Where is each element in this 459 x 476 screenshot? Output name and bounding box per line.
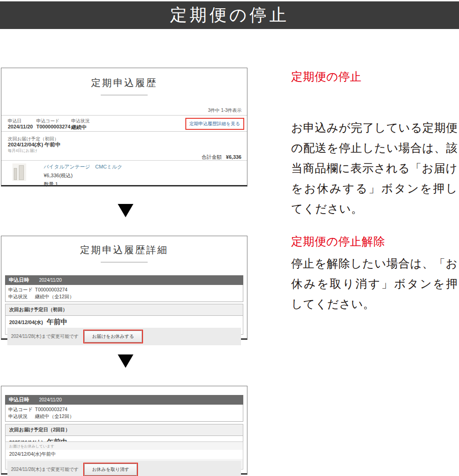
product-quantity: 数量 1 [44, 181, 122, 188]
total-amount: 合計金額 ¥6,336 [201, 154, 241, 161]
change-deadline-row: 2024/11/28(木)まで変更可能です お休みを取り消す [7, 461, 241, 476]
detail-title: 定期申込履歴詳細 [1, 244, 247, 256]
delivery-time: 午前中 [47, 318, 68, 325]
order-code-row: 申込コード T00000003274 [8, 406, 240, 413]
status-label: 申込状況 [8, 413, 35, 420]
code-label: 申込コード [8, 406, 35, 413]
page-header: 定期便の停止 [0, 1, 459, 29]
paused-delivery-section: お届けをお休みしています 2024/12/04(水)午前中 2024/11/28… [5, 441, 243, 470]
next-delivery-label: 次回お届け予定日（初回） [6, 304, 243, 316]
title-underline [101, 262, 148, 262]
next-delivery-date: 2024/12/04(水) 午前中 [6, 316, 243, 328]
deadline-text: 2024/11/28(木)まで変更可能です [11, 466, 79, 473]
total-value: ¥6,336 [226, 154, 241, 160]
order-info-box: 申込コード T00000003274 申込状況 継続中（全12回） [5, 285, 243, 302]
stop-paragraph: お申込みが完了している定期便の配送を停止したい場合は、該当商品欄に表示される「お… [291, 117, 458, 219]
bottle-icon [19, 165, 24, 180]
product-thumbnail [12, 163, 26, 181]
page-title: 定期便の停止 [170, 4, 289, 27]
apply-date-value: 2024/11/20 [39, 278, 62, 283]
next-delivery-date: 2024/12/04(水) 午前中 [8, 141, 60, 148]
change-deadline-row: 2024/11/28(木)まで変更可能です お届けをお休みする [7, 328, 241, 345]
order-date: 2024/11/20 [8, 124, 33, 129]
column-apply-code: 申込コード [36, 118, 59, 124]
order-status-row: 申込状況 継続中（全12回） [8, 413, 240, 420]
resume-paragraph: 停止を解除したい場合は、「お休みを取り消す」ボタンを押してください。 [291, 253, 458, 314]
highlight-frame: お届けをお休みする [83, 330, 143, 343]
next-delivery-label: 次回お届け予定日（2回目） [6, 424, 243, 436]
down-arrow-icon [118, 354, 133, 368]
result-count: 3件中 1-3件表示 [208, 107, 241, 114]
order-status-row: 申込状況 継続中（全12回） [8, 293, 240, 300]
cancel-pause-button[interactable]: お休みを取り消す [84, 464, 137, 476]
status-value: 継続中（全12回） [35, 413, 74, 420]
order-summary-row: 申込日 申込コード 申込状況 2024/11/20 T00000003274 継… [1, 115, 247, 132]
product-info: バイタルアンテージ CMCミルク ¥6,336(税込) 数量 1 [44, 163, 122, 188]
divider [1, 160, 247, 161]
code-value: T00000003274 [35, 286, 68, 293]
history-title: 定期申込履歴 [1, 76, 247, 89]
delivery-date: 2024/12/04(水) [9, 319, 43, 325]
product-name-link[interactable]: バイタルアンテージ CMCミルク [44, 163, 122, 170]
resume-heading: 定期便の停止解除 [291, 234, 385, 249]
apply-date-value: 2024/11/20 [39, 397, 62, 402]
highlight-frame: 定期申込履歴詳細を見る [185, 118, 244, 130]
title-underline [101, 95, 148, 95]
delivery-cycle-note: 毎月4日にお届け [8, 148, 38, 154]
stop-heading: 定期便の停止 [291, 69, 362, 84]
order-code-row: 申込コード T00000003274 [8, 286, 240, 293]
paused-label: お届けをお休みしています [6, 442, 243, 450]
apply-date-bar: 申込日時 2024/11/20 [5, 395, 243, 405]
total-label: 合計金額 [201, 154, 222, 160]
apply-date-label: 申込日時 [9, 277, 29, 284]
screenshot-subscription-history: 定期申込履歴 3件中 1-3件表示 申込日 申込コード 申込状況 2024/11… [1, 68, 247, 186]
product-row: バイタルアンテージ CMCミルク ¥6,336(税込) 数量 1 [12, 163, 122, 188]
highlight-frame: お休みを取り消す [83, 463, 138, 476]
view-history-detail-link[interactable]: 定期申込履歴詳細を見る [186, 119, 243, 129]
order-status: 継続中 [71, 124, 86, 131]
code-label: 申込コード [8, 286, 35, 293]
status-value: 継続中（全12回） [35, 293, 74, 300]
order-info-box: 申込コード T00000003274 申込状況 継続中（全12回） [5, 405, 243, 422]
apply-date-bar: 申込日時 2024/11/20 [5, 275, 243, 285]
next-delivery-section: 次回お届け予定日（初回） 2024/12/04(水) 午前中 2024/11/2… [5, 304, 243, 335]
screenshot-history-detail-paused: 申込日時 2024/11/20 申込コード T00000003274 申込状況 … [1, 386, 247, 475]
code-value: T00000003274 [35, 406, 68, 413]
down-arrow-icon [118, 204, 133, 217]
screenshot-history-detail: 定期申込履歴詳細 申込日時 2024/11/20 申込コード T00000003… [1, 236, 247, 340]
product-price: ¥6,336(税込) [44, 172, 122, 179]
status-label: 申込状況 [8, 293, 35, 300]
page: 定期便の停止 定期申込履歴 3件中 1-3件表示 申込日 申込コード 申込状況 … [0, 0, 459, 476]
column-apply-status: 申込状況 [71, 118, 90, 124]
deadline-text: 2024/11/28(木)まで変更可能です [11, 333, 79, 340]
apply-date-label: 申込日時 [9, 396, 29, 403]
bottle-icon [14, 168, 17, 180]
pause-delivery-button[interactable]: お届けをお休みする [84, 331, 142, 342]
paused-date: 2024/12/04(水)午前中 [6, 450, 243, 459]
order-code: T00000003274 [36, 124, 70, 129]
column-apply-date: 申込日 [8, 118, 22, 124]
